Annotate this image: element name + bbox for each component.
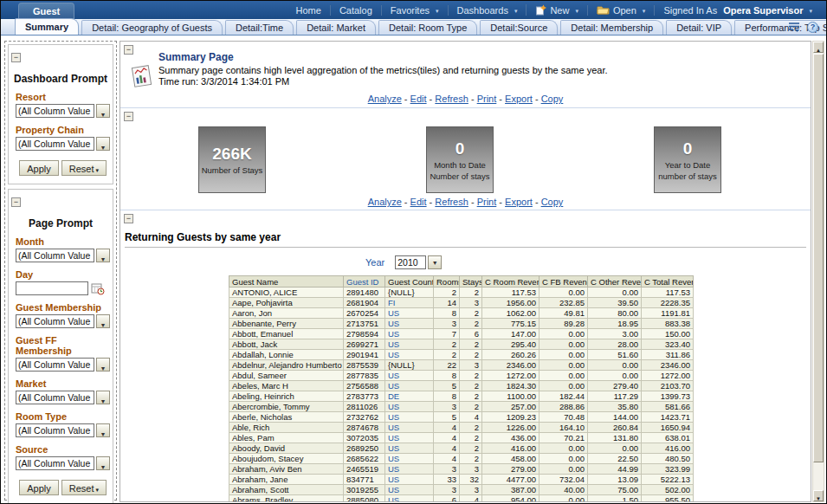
cell-other-revenue: 0.00 [588,443,642,454]
cell-guest-country[interactable]: US [385,423,434,433]
chevron-down-icon[interactable] [96,456,110,470]
page-tab[interactable]: Summary [15,18,79,35]
chevron-down-icon[interactable] [96,137,110,151]
column-header[interactable]: Guest Name [229,276,344,288]
column-header[interactable]: C Room Revenue [482,276,539,288]
page-tab[interactable]: Detail: Room Type [378,20,477,35]
source-select[interactable]: (All Column Value [16,456,110,470]
cell-room-revenue: 2346.00 [482,360,539,371]
page-tab[interactable]: Detail: Membership [560,20,663,35]
calendar-picker-icon[interactable] [91,282,105,295]
nav-home[interactable]: Home [288,5,330,16]
collapse-returning-section-button[interactable] [124,214,133,223]
dashboard-reset-button[interactable]: Reset [61,160,107,176]
cell-guest-country[interactable]: US [385,402,434,412]
cell-guest-country[interactable]: US [385,475,434,485]
nav-new[interactable]: New [526,4,587,16]
nav-dashboards[interactable]: Dashboards [448,5,527,16]
action-link[interactable]: Print [477,94,497,104]
cell-guest-country[interactable]: US [385,443,434,454]
cell-guest-country[interactable]: US [385,412,434,423]
page-tab[interactable]: Detail:Source [480,20,558,35]
collapse-summary-section-button[interactable] [124,45,133,55]
action-link[interactable]: Analyze [368,197,402,207]
cell-guest-country[interactable]: US [385,371,434,381]
chevron-down-icon[interactable] [96,314,110,328]
collapse-tiles-section-button[interactable] [124,112,133,121]
page-tab[interactable]: Detail: Geography of Guests [81,20,223,35]
cell-stays: 2 [460,402,482,412]
chevron-down-icon[interactable] [96,249,110,262]
column-header[interactable]: C FB Revenue [539,276,588,288]
column-header[interactable]: C Total Revenue [642,276,694,288]
column-header[interactable]: Guest Country [385,276,434,288]
month-select[interactable]: (All Column Value [16,249,110,262]
cell-rooms: 22 [434,360,460,371]
action-link[interactable]: Edit [410,197,427,207]
page-tab[interactable]: Detail:Time [225,20,294,35]
dashboard-tab-guest[interactable]: Guest [18,3,74,19]
cell-guest-country[interactable]: US [385,329,434,339]
chevron-down-icon[interactable] [96,358,110,372]
page-reset-button[interactable]: Reset [61,480,107,495]
vertical-scrollbar[interactable] [812,41,824,502]
cell-guest-country[interactable]: US [385,495,434,503]
cell-guest-country[interactable]: US [385,381,434,391]
scrollbar-thumb[interactable] [813,54,824,462]
cell-room-revenue: 416.00 [482,443,539,454]
property-chain-select[interactable]: (All Column Value [16,137,110,151]
action-link[interactable]: Refresh [435,94,468,104]
action-link[interactable]: Copy [541,94,564,104]
page-apply-button[interactable]: Apply [19,480,59,495]
action-link[interactable]: Export [505,197,533,207]
resort-select[interactable]: (All Column Value [16,104,110,118]
column-header[interactable]: Rooms [434,276,460,288]
help-icon[interactable] [807,22,818,33]
signed-in-menu[interactable]: Signed In As Opera Supervisor [654,5,821,16]
chevron-down-icon[interactable] [96,423,110,437]
scroll-up-button[interactable] [813,42,824,53]
action-link[interactable]: Edit [410,94,427,104]
cell-guest-country[interactable]: FI [385,298,434,308]
page-tab[interactable]: Detail: VIP [666,20,732,35]
chevron-down-icon[interactable] [96,104,110,118]
dashboard-apply-button[interactable]: Apply [19,160,59,176]
nav-favorites[interactable]: Favorites [381,5,448,16]
cell-guest-id: 2885080 [344,495,385,503]
action-link[interactable]: Refresh [435,197,468,207]
action-link[interactable]: Copy [541,197,564,207]
cell-guest-country[interactable]: US [385,485,434,495]
collapse-dashboard-prompt-button[interactable] [11,53,21,62]
nav-open[interactable]: Open [587,5,654,16]
market-select[interactable]: (All Column Value [16,391,110,404]
guest-ff-membership-select[interactable]: (All Column Value [16,358,110,372]
column-header[interactable]: Guest ID [344,276,385,288]
scroll-down-button[interactable] [813,490,824,501]
room-type-select[interactable]: (All Column Value [16,423,110,437]
cell-guest-country[interactable]: US [385,454,434,464]
cell-guest-country[interactable]: US [385,308,434,319]
action-link[interactable]: Print [477,197,497,207]
cell-guest-country[interactable]: DE [385,391,434,402]
action-link[interactable]: Analyze [368,94,402,104]
chevron-down-icon[interactable] [428,255,442,269]
year-select[interactable]: 2010 [395,255,442,269]
action-link[interactable]: Export [505,94,533,104]
cell-fb-revenue: 0.00 [539,464,588,475]
cell-guest-country[interactable]: US [385,433,434,443]
collapse-page-prompt-button[interactable] [11,197,21,207]
column-header[interactable]: C Other Revenue [588,276,642,288]
cell-guest-country[interactable]: US [385,339,434,350]
cell-guest-country[interactable]: US [385,464,434,475]
page-tab[interactable]: Detail: Market [296,20,376,35]
day-input[interactable] [16,281,88,295]
page-options-icon[interactable] [788,22,801,33]
cell-guest-country[interactable]: US [385,350,434,360]
source-label: Source [16,444,110,455]
cell-guest-country[interactable]: US [385,319,434,329]
cell-total-revenue: 955.50 [642,495,694,503]
chevron-down-icon[interactable] [96,391,110,404]
column-header[interactable]: Stays [460,276,482,288]
nav-catalog[interactable]: Catalog [330,5,381,16]
guest-membership-select[interactable]: (All Column Value [16,314,110,328]
